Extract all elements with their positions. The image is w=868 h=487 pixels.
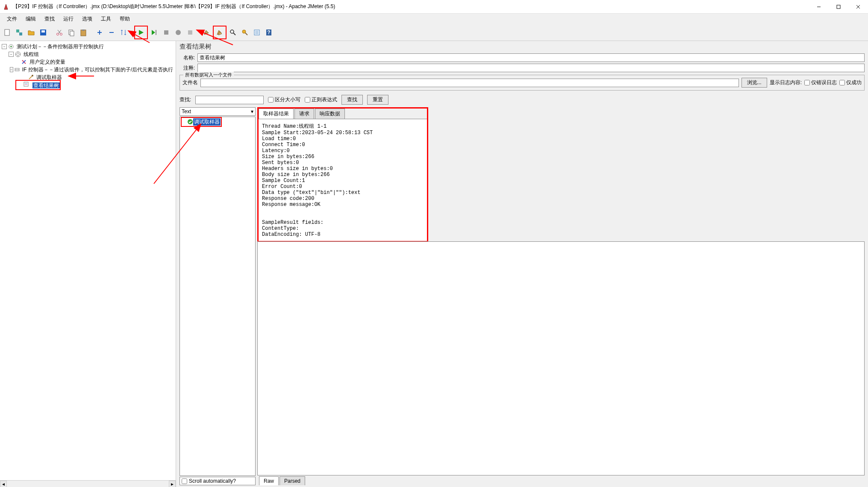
- open-icon[interactable]: [26, 27, 37, 38]
- name-input[interactable]: [197, 53, 865, 62]
- results-search-input[interactable]: [195, 96, 264, 104]
- collapse-icon[interactable]: −: [10, 67, 13, 72]
- test-plan-tree[interactable]: − 测试计划－－条件控制器用于控制执行 − 线程组 用户定义的变量 − IF 控…: [0, 41, 176, 91]
- scroll-left-icon[interactable]: ◂: [0, 481, 7, 487]
- start-icon[interactable]: [135, 27, 147, 38]
- menu-search[interactable]: 查找: [41, 15, 58, 23]
- result-tabs: 取样器结果 请求 响应数据: [259, 109, 427, 119]
- browse-button[interactable]: 浏览...: [741, 78, 767, 88]
- fieldset-legend: 所有数据写入一个文件: [183, 72, 234, 78]
- close-button[interactable]: [848, 0, 868, 14]
- regex-check[interactable]: 正则表达式: [305, 96, 337, 103]
- reset-button[interactable]: 重置: [367, 95, 388, 105]
- tree-threadgroup[interactable]: − 线程组: [2, 50, 174, 58]
- svg-rect-50: [24, 82, 28, 86]
- shutdown-icon[interactable]: [173, 27, 184, 38]
- toggle-icon[interactable]: [118, 27, 129, 38]
- remote-stop-icon[interactable]: [185, 27, 196, 38]
- filename-input[interactable]: [200, 79, 739, 87]
- help-icon[interactable]: ?: [263, 27, 274, 38]
- menu-run[interactable]: 运行: [60, 15, 77, 23]
- results-left: Text ▾ 调试取样器 Scroll automatically?: [179, 107, 256, 485]
- tab-response[interactable]: 响应数据: [315, 109, 345, 119]
- svg-point-47: [17, 69, 18, 70]
- scroll-right-icon[interactable]: ▸: [169, 481, 176, 487]
- search-label: 查找:: [179, 96, 191, 103]
- tree-hscrollbar[interactable]: ◂ ▸: [0, 480, 176, 487]
- svg-rect-21: [164, 30, 168, 35]
- jmeter-icon: [3, 3, 10, 10]
- window-controls: [809, 0, 868, 13]
- error-only-check[interactable]: 仅错误日志: [804, 79, 837, 86]
- case-sensitive-check[interactable]: 区分大小写: [268, 96, 300, 103]
- success-only-check[interactable]: 仅成功: [839, 79, 862, 86]
- menu-file[interactable]: 文件: [3, 15, 21, 23]
- result-label: 调试取样器: [193, 118, 221, 126]
- menu-help[interactable]: 帮助: [116, 15, 133, 23]
- stop-icon[interactable]: [161, 27, 172, 38]
- menu-tools[interactable]: 工具: [97, 15, 115, 23]
- menubar: 文件 编辑 查找 运行 选项 工具 帮助: [0, 14, 868, 24]
- tab-sampler[interactable]: 取样器结果: [259, 109, 294, 119]
- tree-panel: − 测试计划－－条件控制器用于控制执行 − 线程组 用户定义的变量 − IF 控…: [0, 41, 176, 487]
- tree-uservars[interactable]: 用户定义的变量: [2, 58, 174, 66]
- menu-options[interactable]: 选项: [79, 15, 96, 23]
- svg-rect-14: [70, 31, 74, 36]
- svg-line-25: [233, 33, 235, 35]
- search-icon[interactable]: [227, 27, 238, 38]
- comment-label: 注释:: [179, 65, 195, 72]
- cut-icon[interactable]: [54, 27, 65, 38]
- copy-icon[interactable]: [66, 27, 77, 38]
- svg-point-46: [15, 69, 16, 70]
- results-list[interactable]: 调试取样器: [179, 117, 256, 476]
- start-notimers-icon[interactable]: [149, 27, 160, 38]
- collapse-icon[interactable]: [106, 27, 117, 38]
- tree-label: IF 控制器－－通过该组件，可以控制其下面的子/后代元素是否执行: [21, 66, 174, 73]
- menu-edit[interactable]: 编辑: [22, 15, 39, 23]
- svg-point-48: [18, 69, 19, 70]
- tab-parsed[interactable]: Parsed: [280, 476, 305, 485]
- toolbar: ?: [0, 24, 868, 41]
- svg-rect-8: [41, 30, 45, 32]
- svg-point-9: [57, 33, 59, 35]
- tree-label: 用户定义的变量: [29, 59, 66, 66]
- tab-request[interactable]: 请求: [294, 109, 314, 119]
- success-icon: [187, 119, 193, 125]
- function-icon[interactable]: [251, 27, 262, 38]
- tree-ifcontroller[interactable]: − IF 控制器－－通过该组件，可以控制其下面的子/后代元素是否执行: [2, 66, 174, 73]
- svg-point-27: [242, 30, 246, 33]
- comment-input[interactable]: [197, 64, 865, 72]
- tree-testplan[interactable]: − 测试计划－－条件控制器用于控制执行: [2, 43, 174, 50]
- titlebar: 【P29】IF 控制器（If Controller）.jmx (D:\Deskt…: [0, 0, 868, 14]
- svg-rect-4: [5, 29, 9, 35]
- bottom-tabs: Raw Parsed: [257, 476, 865, 485]
- collapse-icon[interactable]: −: [2, 44, 7, 49]
- clear-all-icon[interactable]: [214, 27, 225, 38]
- templates-icon[interactable]: [14, 27, 25, 38]
- tab-raw[interactable]: Raw: [259, 476, 279, 485]
- paste-icon[interactable]: [78, 27, 89, 38]
- svg-rect-6: [19, 32, 22, 35]
- renderer-dropdown[interactable]: Text ▾: [179, 107, 256, 116]
- new-icon[interactable]: [2, 27, 13, 38]
- search-button[interactable]: 查找: [341, 95, 363, 105]
- renderer-value: Text: [182, 109, 191, 114]
- maximize-button[interactable]: [829, 0, 848, 14]
- sample-output[interactable]: Thread Name:线程组 1-1 Sample Start:2023-05…: [259, 119, 427, 241]
- expand-icon[interactable]: [94, 27, 105, 38]
- svg-rect-15: [81, 30, 86, 36]
- results-area: Text ▾ 调试取样器 Scroll automatically?: [176, 107, 868, 487]
- collapse-icon[interactable]: −: [9, 52, 14, 57]
- clear-icon[interactable]: [201, 27, 212, 38]
- tree-resultstree[interactable]: 查看结果树: [2, 81, 174, 89]
- svg-point-26: [230, 30, 234, 33]
- reset-search-icon[interactable]: [239, 27, 250, 38]
- tree-label: 线程组: [23, 51, 40, 58]
- scroll-auto-checkbox[interactable]: [182, 478, 187, 484]
- scroll-auto-check[interactable]: Scroll automatically?: [179, 477, 256, 485]
- result-item[interactable]: 调试取样器: [181, 118, 254, 126]
- minimize-button[interactable]: [809, 0, 829, 14]
- save-icon[interactable]: [38, 27, 49, 38]
- tree-label: 查看结果树: [32, 82, 60, 88]
- tree-label: 测试计划－－条件控制器用于控制执行: [16, 43, 105, 50]
